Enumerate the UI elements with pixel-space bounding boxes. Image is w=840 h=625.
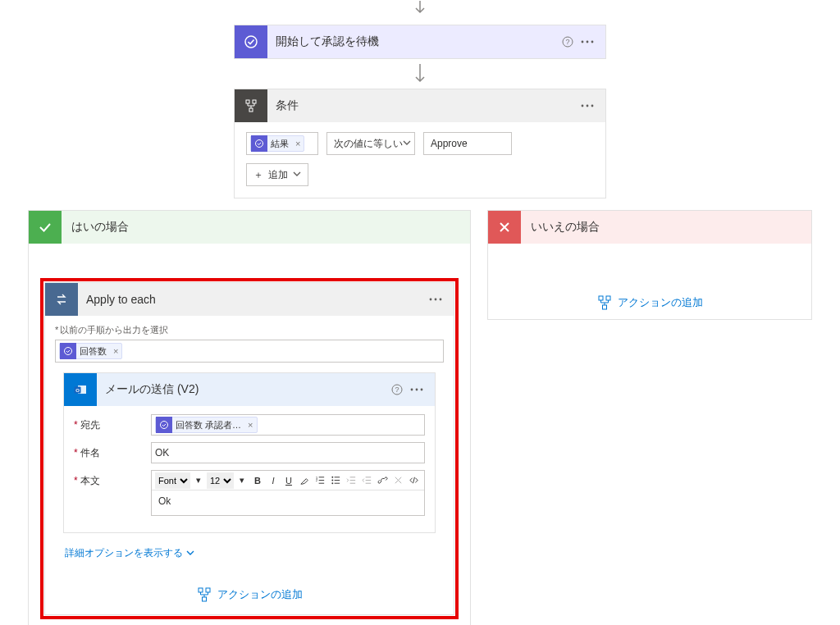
ellipsis-icon[interactable] [581,99,594,112]
ellipsis-icon[interactable] [410,383,423,396]
send-mail-card[interactable]: O メールの送信 (V2) ? [63,372,436,533]
no-branch: いいえの場合 アクションの追加 [487,210,812,320]
svg-point-28 [331,477,333,478]
add-action-icon [196,586,212,603]
highlight-annotation: Apply to each 以前の手順から出力を選択 [40,278,459,619]
add-action-button[interactable]: アクションの追加 [488,244,811,319]
token-remove-icon[interactable]: × [244,420,256,430]
svg-text:?: ? [565,38,569,46]
ellipsis-icon[interactable] [429,293,442,306]
svg-rect-38 [606,296,610,300]
yes-branch-header: はいの場合 [29,211,470,244]
chevron-down-icon: ▾ [235,473,249,488]
apply-output-input[interactable]: 回答数 × [55,340,444,363]
add-action-icon [596,294,613,311]
svg-rect-6 [246,100,249,103]
link-icon[interactable] [375,473,390,488]
highlight-icon[interactable] [297,473,312,488]
underline-button[interactable]: U [281,473,296,488]
condition-add-button[interactable]: ＋ 追加 [246,163,308,186]
to-label: 宛先 [74,414,151,432]
outdent-icon[interactable] [344,473,358,488]
svg-point-0 [245,36,257,48]
subject-label: 件名 [74,442,151,460]
outlook-icon: O [64,373,97,406]
chevron-down-icon [293,169,301,180]
svg-rect-37 [599,296,603,300]
chevron-down-icon [403,138,411,149]
font-size-select[interactable]: 12 [207,472,234,489]
svg-point-3 [582,41,584,43]
token-remove-icon[interactable]: × [292,139,304,148]
svg-text:?: ? [395,385,399,394]
help-icon[interactable]: ? [390,383,404,396]
dynamic-content-icon [156,417,172,433]
select-output-label: 以前の手順から出力を選択 [55,324,444,336]
svg-point-5 [591,41,594,43]
numbered-list-icon[interactable]: 12 [313,473,327,488]
checkmark-icon [29,211,62,244]
to-field[interactable]: 回答数 承認者… × [151,414,425,436]
flow-arrow-top [0,0,840,15]
svg-point-23 [416,389,418,391]
svg-text:2: 2 [315,479,317,482]
indent-icon[interactable] [359,473,374,488]
no-branch-header: いいえの場合 [488,211,811,244]
add-action-button[interactable]: アクションの追加 [55,563,444,611]
token-remove-icon[interactable]: × [110,346,121,356]
svg-point-4 [587,41,589,43]
condition-operator-select[interactable]: 次の値に等しい [326,132,415,155]
body-content[interactable]: Ok [152,490,424,515]
italic-button[interactable]: I [266,473,281,488]
bold-button[interactable]: B [250,473,265,488]
condition-left-operand[interactable]: 結果 × [246,132,318,155]
svg-rect-31 [199,588,203,592]
svg-point-15 [440,299,442,301]
svg-point-24 [421,389,423,391]
close-icon [488,211,521,244]
svg-point-11 [591,105,594,107]
svg-point-13 [430,299,432,301]
svg-rect-32 [206,588,210,592]
dynamic-content-icon [60,343,76,359]
svg-point-29 [331,480,333,481]
font-family-select[interactable]: Font [155,472,190,489]
subject-field[interactable]: OK [151,442,425,463]
condition-card[interactable]: 条件 結果 × 次の値に等しい [234,89,606,198]
token-label: 結果 [271,138,292,150]
svg-point-25 [161,422,168,429]
approval-action-card[interactable]: 開始して承認を待機 ? [234,25,606,59]
rich-editor-toolbar: Font ▾ 12 ▾ B I U [152,471,424,490]
condition-right-value[interactable]: Approve [423,132,512,155]
body-label: 本文 [74,470,151,488]
show-advanced-options-link[interactable]: 詳細オプションを表示する [65,546,194,560]
svg-point-9 [582,105,584,107]
svg-rect-33 [203,597,207,601]
ellipsis-icon[interactable] [581,35,594,48]
svg-point-12 [256,140,263,148]
body-rich-editor[interactable]: Font ▾ 12 ▾ B I U [151,470,425,516]
svg-text:O: O [75,388,80,393]
plus-icon: ＋ [253,168,263,182]
chevron-down-icon [186,548,194,559]
approval-icon [235,25,267,58]
apply-title: Apply to each [78,293,429,306]
yes-branch: はいの場合 Apply to each [28,210,471,625]
condition-title: 条件 [267,98,581,113]
svg-point-16 [65,348,72,355]
clear-format-icon[interactable] [390,473,405,488]
svg-rect-39 [603,305,607,309]
dynamic-content-icon [251,135,267,152]
svg-point-30 [331,482,333,484]
chevron-down-icon: ▾ [191,473,206,488]
bullet-list-icon[interactable] [328,473,343,488]
help-icon[interactable]: ? [561,35,574,48]
svg-point-14 [435,299,437,301]
loop-icon [45,283,78,316]
code-view-icon[interactable] [406,473,421,488]
svg-point-10 [587,105,589,107]
flow-arrow [0,64,840,84]
approval-title: 開始して承認を待機 [267,34,561,49]
apply-to-each-card[interactable]: Apply to each 以前の手順から出力を選択 [44,282,454,615]
svg-rect-7 [253,100,256,103]
